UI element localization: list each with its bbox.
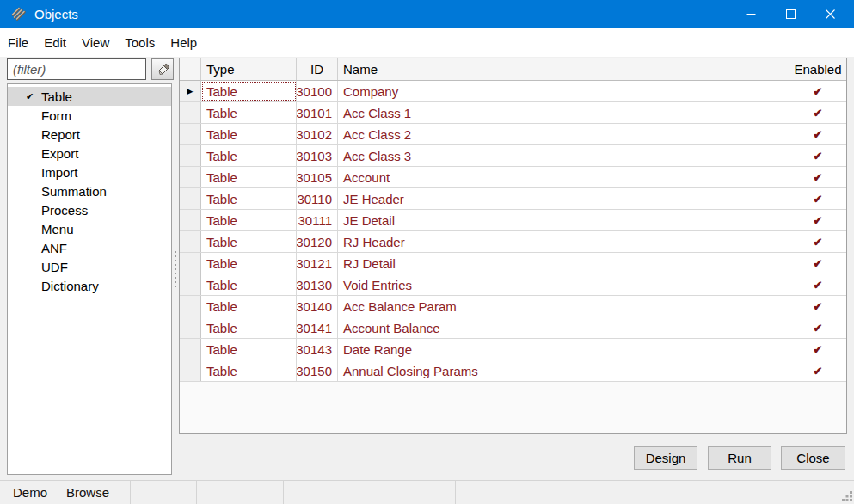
row-selector[interactable] (180, 253, 201, 274)
cell-name[interactable]: Acc Class 2 (338, 124, 789, 144)
cell-name[interactable]: Acc Class 1 (338, 102, 789, 123)
cell-id[interactable]: 30111 (297, 210, 338, 230)
sidebar-item-anf[interactable]: ANF (8, 238, 171, 257)
splitter-handle[interactable] (174, 251, 176, 287)
cell-type[interactable]: Table (201, 253, 297, 274)
sidebar-item-table[interactable]: ✔Table (8, 87, 171, 106)
cell-name[interactable]: Date Range (338, 339, 789, 360)
row-selector[interactable] (180, 231, 201, 252)
menu-item-edit[interactable]: Edit (36, 28, 74, 57)
cell-enabled-check-icon[interactable]: ✔ (789, 188, 846, 209)
cell-enabled-check-icon[interactable]: ✔ (789, 317, 846, 338)
cell-type[interactable]: Table (201, 296, 297, 317)
cell-type[interactable]: Table (201, 210, 297, 230)
cell-enabled-check-icon[interactable]: ✔ (789, 253, 846, 274)
close-button[interactable] (810, 0, 850, 28)
cell-enabled-check-icon[interactable]: ✔ (789, 231, 846, 252)
cell-name[interactable]: Acc Class 3 (338, 145, 789, 166)
grid-header-name[interactable]: Name (338, 58, 789, 80)
maximize-button[interactable] (771, 0, 810, 28)
cell-type[interactable]: Table (201, 317, 297, 338)
cell-name[interactable]: JE Header (338, 188, 789, 209)
cell-name[interactable]: Account Balance (338, 317, 789, 338)
cell-enabled-check-icon[interactable]: ✔ (789, 145, 846, 166)
sidebar-item-summation[interactable]: Summation (8, 181, 171, 200)
cell-id[interactable]: 30102 (297, 124, 338, 144)
cell-id[interactable]: 30120 (297, 231, 338, 252)
cell-id[interactable]: 30130 (297, 274, 338, 295)
row-selector[interactable] (180, 339, 201, 360)
sidebar-item-dictionary[interactable]: Dictionary (8, 276, 171, 295)
current-row-selector[interactable]: ▶ (180, 81, 201, 101)
cell-id[interactable]: 30100 (297, 81, 338, 101)
cell-id[interactable]: 30110 (297, 188, 338, 209)
cell-id[interactable]: 30101 (297, 102, 338, 123)
cell-id[interactable]: 30143 (297, 339, 338, 360)
cell-id[interactable]: 30121 (297, 253, 338, 274)
cell-type[interactable]: Table (201, 360, 297, 381)
cell-type[interactable]: Table (201, 339, 297, 360)
menu-item-file[interactable]: File (0, 28, 36, 57)
cell-enabled-check-icon[interactable]: ✔ (789, 210, 846, 230)
design-button[interactable]: Design (634, 446, 697, 470)
cell-name[interactable]: Account (338, 167, 789, 187)
cell-name[interactable]: JE Detail (338, 210, 789, 230)
sidebar-item-report[interactable]: Report (8, 125, 171, 144)
cell-name[interactable]: Acc Balance Param (338, 296, 789, 317)
cell-name[interactable]: RJ Header (338, 231, 789, 252)
resize-grip-icon[interactable] (842, 491, 852, 501)
row-selector[interactable] (180, 296, 201, 317)
cell-type[interactable]: Table (201, 124, 297, 144)
cell-enabled-check-icon[interactable]: ✔ (789, 81, 846, 101)
cell-type[interactable]: Table (201, 81, 297, 101)
close-dialog-button[interactable]: Close (781, 446, 845, 470)
menu-item-help[interactable]: Help (163, 28, 205, 57)
cell-id[interactable]: 30140 (297, 296, 338, 317)
filter-input[interactable] (7, 58, 146, 80)
sidebar-item-menu[interactable]: Menu (8, 219, 171, 238)
cell-type[interactable]: Table (201, 274, 297, 295)
grid-header-id[interactable]: ID (297, 58, 338, 80)
cell-type[interactable]: Table (201, 188, 297, 209)
row-selector[interactable] (180, 124, 201, 144)
grid-header-enabled[interactable]: Enabled (789, 58, 846, 80)
grid-header-type[interactable]: Type (201, 58, 297, 80)
row-selector[interactable] (180, 167, 201, 187)
cell-name[interactable]: RJ Detail (338, 253, 789, 274)
row-selector[interactable] (180, 102, 201, 123)
menu-item-view[interactable]: View (74, 28, 117, 57)
minimize-button[interactable] (731, 0, 771, 28)
cell-enabled-check-icon[interactable]: ✔ (789, 167, 846, 187)
cell-name[interactable]: Company (338, 81, 789, 101)
cell-enabled-check-icon[interactable]: ✔ (789, 102, 846, 123)
sidebar-item-import[interactable]: Import (8, 163, 171, 181)
run-button[interactable]: Run (708, 446, 771, 470)
sidebar-item-process[interactable]: Process (8, 200, 171, 219)
cell-type[interactable]: Table (201, 167, 297, 187)
row-selector[interactable] (180, 210, 201, 230)
cell-id[interactable]: 30105 (297, 167, 338, 187)
cell-id[interactable]: 30150 (297, 360, 338, 381)
row-selector[interactable] (180, 360, 201, 381)
cell-name[interactable]: Annual Closing Params (338, 360, 789, 381)
cell-type[interactable]: Table (201, 145, 297, 166)
row-selector[interactable] (180, 145, 201, 166)
cell-enabled-check-icon[interactable]: ✔ (789, 124, 846, 144)
sidebar-item-udf[interactable]: UDF (8, 257, 171, 276)
cell-id[interactable]: 30103 (297, 145, 338, 166)
sidebar-item-export[interactable]: Export (8, 144, 171, 163)
cell-name[interactable]: Void Entries (338, 274, 789, 295)
row-selector[interactable] (180, 274, 201, 295)
menu-item-tools[interactable]: Tools (117, 28, 163, 57)
cell-type[interactable]: Table (201, 102, 297, 123)
cell-enabled-check-icon[interactable]: ✔ (789, 360, 846, 381)
sidebar-item-form[interactable]: Form (8, 106, 171, 125)
cell-enabled-check-icon[interactable]: ✔ (789, 274, 846, 295)
cell-enabled-check-icon[interactable]: ✔ (789, 339, 846, 360)
cell-enabled-check-icon[interactable]: ✔ (789, 296, 846, 317)
row-selector[interactable] (180, 188, 201, 209)
cell-type[interactable]: Table (201, 231, 297, 252)
row-selector[interactable] (180, 317, 201, 338)
cell-id[interactable]: 30141 (297, 317, 338, 338)
clear-filter-button[interactable] (151, 58, 174, 80)
